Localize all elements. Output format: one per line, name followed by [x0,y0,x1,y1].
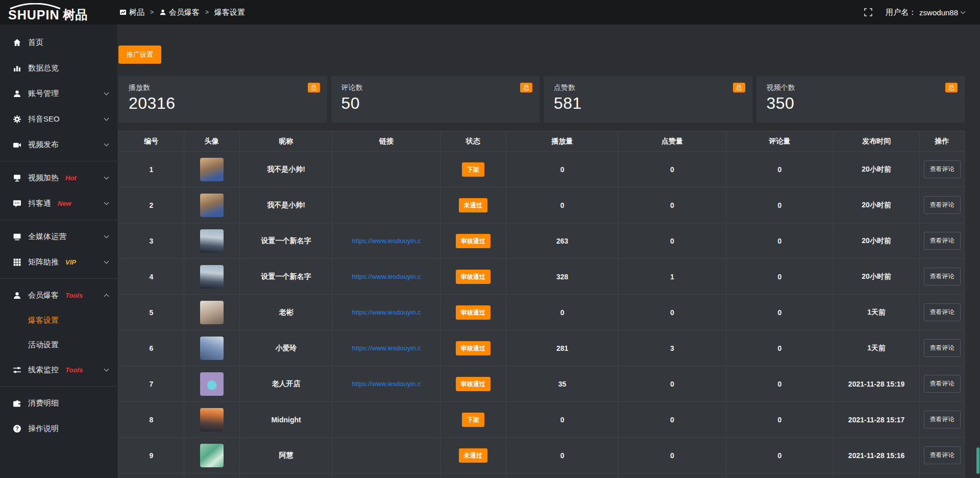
publish-time: 1天前 [834,295,920,330]
sidebar-subitem-baoke-settings[interactable]: 爆客设置 [0,308,117,332]
video-link[interactable]: https://www.iesdouyin.c [333,273,439,280]
video-camera-icon [13,140,21,149]
chevron-down-icon [104,141,109,147]
breadcrumb-section[interactable]: 会员爆客 [159,8,200,17]
video-link[interactable]: https://www.iesdouyin.c [333,380,439,388]
likes-count: 3 [619,330,726,366]
sidebar-item-account-mgmt[interactable]: 账号管理 [0,81,117,106]
table-header-cell: 状态 [440,131,506,152]
chevron-down-icon [104,367,109,372]
avatar [200,372,224,396]
status-badge: 审核通过 [456,377,491,391]
status-badge: 审核通过 [456,305,491,320]
likes-count: 0 [619,152,726,187]
status-badge: 下架 [462,162,484,177]
table-row: 查看评论 [119,473,965,478]
row-number: 8 [119,402,184,438]
view-comments-button[interactable]: 查看评论 [924,446,961,464]
user-icon [13,89,21,98]
publish-time: 20小时前 [834,152,920,187]
status-badge: 审核通过 [456,341,491,355]
row-number: 2 [119,187,184,223]
row-number: 5 [119,295,184,330]
sidebar-item-douketong[interactable]: 抖客通 New [0,190,117,216]
user-menu[interactable]: 用户名：zswodun88 [886,8,965,17]
stat-label: 播放数 [129,83,317,92]
fullscreen-button[interactable] [864,8,872,16]
comments-count: 0 [726,330,833,366]
likes-count: 0 [619,187,726,223]
grid-icon [13,258,21,267]
sidebar-item-video-heat[interactable]: 视频加热 Hot [0,165,117,190]
sidebar-item-member-baoke[interactable]: 会员爆客 Tools [0,282,117,308]
table-header-cell: 播放量 [506,131,618,152]
svg-text:?: ? [15,426,18,432]
app-square-icon [119,9,127,16]
status-badge: 下架 [462,413,484,427]
sidebar-item-home[interactable]: 首页 [0,30,117,55]
nickname: 老人开店 [239,366,332,402]
likes-count: 0 [619,438,726,473]
total-badge: 总 [308,83,320,92]
plays-count: 328 [506,259,618,295]
chevron-up-icon [104,294,109,299]
view-comments-button[interactable]: 查看评论 [924,196,961,214]
likes-count: 0 [619,366,726,402]
video-table: 编号 头像 昵称 链接 状态 播放量 点赞量 评论量 [118,131,965,478]
sidebar-item-instructions[interactable]: ? 操作说明 [0,416,117,441]
bar-chart-icon [13,64,21,73]
sidebar-item-video-publish[interactable]: 视频发布 [0,132,117,157]
tools-badge: Tools [65,292,83,299]
avatar [200,265,224,289]
plays-count: 0 [506,152,618,187]
stat-card: 评论数 50 总 [331,76,540,123]
sidebar-item-all-media[interactable]: 全媒体运营 [0,224,117,249]
view-comments-button[interactable]: 查看评论 [924,375,961,393]
view-comments-button[interactable]: 查看评论 [924,303,961,321]
chevron-down-icon [104,259,109,264]
publish-time: 1天前 [834,330,920,366]
publish-time: 2021-11-28 15:17 [834,402,920,438]
scrollbar-thumb[interactable] [976,447,979,474]
view-comments-button[interactable]: 查看评论 [924,411,961,428]
promo-settings-button[interactable]: 推广设置 [118,45,161,64]
breadcrumb-root[interactable]: 树品 [119,8,144,17]
view-comments-button[interactable]: 查看评论 [924,339,961,357]
nickname: 小爱玲 [239,330,332,366]
chevron-down-icon [104,175,109,180]
stat-value: 581 [554,94,742,113]
status-badge: 审核通过 [456,234,491,248]
sidebar-item-lead-monitor[interactable]: 线索监控 Tools [0,357,117,383]
publish-time: 2021-11-28 15:19 [834,366,920,402]
sidebar-item-matrix-boost[interactable]: 矩阵助推 VIP [0,249,117,275]
sidebar-subitem-activity-settings[interactable]: 活动设置 [0,332,117,357]
video-link[interactable]: https://www.iesdouyin.c [333,308,439,316]
likes-count: 1 [619,259,726,295]
sidebar-item-expense-detail[interactable]: 消费明细 [0,390,117,416]
view-comments-button[interactable]: 查看评论 [924,160,961,178]
total-badge: 总 [733,83,745,92]
stat-card: 播放数 20316 总 [118,76,327,123]
comments-count: 0 [726,223,833,259]
avatar [200,301,224,324]
likes-count: 0 [619,402,726,438]
view-comments-button[interactable]: 查看评论 [924,232,961,250]
video-link[interactable]: https://www.iesdouyin.c [333,237,439,245]
sidebar: 首页 数据总览 账号管理 抖音SEO 视频发布 视频加热 Hot 抖客通 New… [0,25,117,478]
stat-card: 点赞数 581 总 [544,76,752,123]
plays-count: 263 [506,223,618,259]
view-comments-button[interactable]: 查看评论 [924,268,961,285]
avatar [200,337,224,360]
nickname: 设置一个新名字 [239,259,332,295]
sidebar-item-douyin-seo[interactable]: 抖音SEO [0,106,117,132]
username-value: zswodun88 [919,8,958,17]
row-number: 3 [119,223,184,259]
plays-count: 35 [506,366,618,402]
total-badge: 总 [945,83,958,92]
table-row: 2 我不是小帅! 未通过 0 0 0 20小时前 查看评论 [119,187,965,223]
video-link[interactable]: https://www.iesdouyin.c [333,344,439,352]
sidebar-item-data-overview[interactable]: 数据总览 [0,55,117,81]
table-header-cell: 编号 [119,131,184,152]
logo-text-en: SHUPIN [8,4,59,21]
plays-count: 0 [506,438,618,473]
